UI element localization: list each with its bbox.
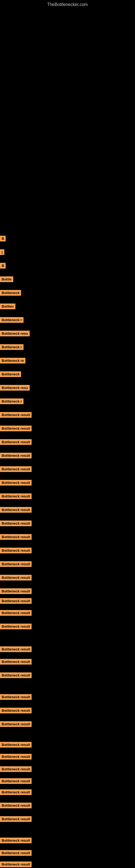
bottleneck-item-41: Bottleneck result bbox=[0, 789, 32, 795]
bottleneck-item-27: Bottleneck result bbox=[0, 589, 32, 593]
bottleneck-item-17: Bottleneck result bbox=[0, 453, 32, 458]
bottleneck-label-30: Bottleneck result bbox=[0, 624, 32, 629]
bottleneck-label-36: Bottleneck result bbox=[0, 721, 32, 727]
bottleneck-label-37: Bottleneck result bbox=[0, 742, 32, 748]
bottleneck-item-18: Bottleneck result bbox=[0, 467, 32, 471]
bottleneck-item-14: Bottleneck result bbox=[0, 412, 32, 417]
bottleneck-item-36: Bottleneck result bbox=[0, 721, 32, 726]
bottleneck-item-6: Bottlen bbox=[0, 304, 15, 309]
bottleneck-label-7: Bottleneck r bbox=[0, 317, 24, 323]
bottleneck-label-23: Bottleneck result bbox=[0, 534, 32, 540]
bottleneck-item-16: Bottleneck result bbox=[0, 439, 32, 444]
bottleneck-label-9: Bottleneck r bbox=[0, 344, 24, 350]
bottleneck-item-5: Bottleneck bbox=[0, 290, 21, 295]
bottleneck-item-34: Bottleneck result bbox=[0, 694, 32, 699]
bottleneck-label-39: Bottleneck result bbox=[0, 766, 32, 772]
bottleneck-item-35: Bottleneck result bbox=[0, 708, 32, 713]
bottleneck-item-43: Bottleneck result bbox=[0, 816, 32, 822]
bottleneck-label-42: Bottleneck result bbox=[0, 803, 32, 808]
bottleneck-item-32: Bottleneck result bbox=[0, 659, 32, 664]
bottleneck-item-22: Bottleneck result bbox=[0, 521, 32, 526]
bottleneck-label-3: B bbox=[0, 263, 6, 269]
bottleneck-item-15: Bottleneck result bbox=[0, 426, 32, 431]
bottleneck-item-45: Bottleneck result bbox=[0, 850, 32, 855]
bottleneck-item-21: Bottleneck result bbox=[0, 507, 32, 512]
bottleneck-label-4: Bottle bbox=[0, 276, 13, 282]
bottleneck-item-3: B bbox=[0, 263, 6, 268]
bottleneck-label-32: Bottleneck result bbox=[0, 659, 32, 664]
bottleneck-item-13: Bottleneck r bbox=[0, 399, 24, 404]
bottleneck-label-2: | bbox=[0, 249, 4, 255]
bottleneck-label-38: Bottleneck result bbox=[0, 754, 32, 760]
bottleneck-label-40: Bottleneck result bbox=[0, 778, 32, 784]
bottleneck-label-35: Bottleneck result bbox=[0, 708, 32, 713]
bottleneck-item-38: Bottleneck result bbox=[0, 754, 32, 759]
bottleneck-label-5: Bottleneck bbox=[0, 290, 21, 296]
bottleneck-label-14: Bottleneck result bbox=[0, 412, 32, 418]
bottleneck-item-7: Bottleneck r bbox=[0, 317, 24, 322]
bottleneck-item-44: Bottleneck result bbox=[0, 838, 32, 843]
bottleneck-label-8: Bottleneck resu bbox=[0, 331, 30, 336]
bottleneck-item-46: Bottleneck result bbox=[0, 862, 32, 867]
bottleneck-label-10: Bottleneck re bbox=[0, 358, 26, 364]
bottleneck-item-40: Bottleneck result bbox=[0, 778, 32, 783]
bottleneck-item-39: Bottleneck result bbox=[0, 767, 32, 771]
bottleneck-label-29: Bottleneck result bbox=[0, 610, 32, 616]
bottleneck-item-30: Bottleneck result bbox=[0, 624, 32, 629]
bottleneck-label-19: Bottleneck result bbox=[0, 480, 32, 486]
bottleneck-label-28: Bottleneck result bbox=[0, 598, 32, 604]
bottleneck-item-29: Bottleneck result bbox=[0, 610, 32, 615]
bottleneck-label-45: Bottleneck result bbox=[0, 850, 32, 856]
bottleneck-label-13: Bottleneck r bbox=[0, 399, 24, 404]
bottleneck-label-25: Bottleneck result bbox=[0, 561, 32, 567]
bottleneck-label-44: Bottleneck result bbox=[0, 838, 32, 843]
bottleneck-label-43: Bottleneck result bbox=[0, 816, 32, 822]
bottleneck-label-26: Bottleneck result bbox=[0, 575, 32, 581]
bottleneck-item-2: | bbox=[0, 250, 4, 254]
bottleneck-item-9: Bottleneck r bbox=[0, 344, 24, 349]
bottleneck-label-31: Bottleneck result bbox=[0, 646, 32, 652]
bottleneck-label-1: B bbox=[0, 236, 6, 241]
bottleneck-label-33: Bottleneck result bbox=[0, 673, 32, 678]
bottleneck-item-42: Bottleneck result bbox=[0, 803, 32, 808]
bottleneck-label-24: Bottleneck result bbox=[0, 548, 32, 553]
bottleneck-item-26: Bottleneck result bbox=[0, 575, 32, 580]
bottleneck-item-4: Bottle bbox=[0, 277, 13, 282]
bottleneck-label-21: Bottleneck result bbox=[0, 507, 32, 513]
bottleneck-item-37: Bottleneck result bbox=[0, 742, 32, 747]
bottleneck-label-17: Bottleneck result bbox=[0, 453, 32, 458]
bottleneck-item-31: Bottleneck result bbox=[0, 647, 32, 652]
bottleneck-item-1: B bbox=[0, 236, 6, 241]
bottleneck-label-11: Bottleneck bbox=[0, 371, 21, 377]
bottleneck-item-25: Bottleneck result bbox=[0, 561, 32, 566]
bottleneck-item-11: Bottleneck bbox=[0, 372, 21, 376]
bottleneck-label-6: Bottlen bbox=[0, 304, 15, 309]
bottleneck-label-34: Bottleneck result bbox=[0, 694, 32, 700]
bottleneck-label-15: Bottleneck result bbox=[0, 426, 32, 431]
site-title: TheBottlenecker.com bbox=[0, 0, 135, 8]
bottleneck-item-12: Bottleneck resu bbox=[0, 385, 30, 390]
bottleneck-label-22: Bottleneck result bbox=[0, 521, 32, 526]
bottleneck-label-18: Bottleneck result bbox=[0, 466, 32, 472]
bottleneck-item-28: Bottleneck result bbox=[0, 598, 32, 603]
bottleneck-label-27: Bottleneck result bbox=[0, 588, 32, 594]
bottleneck-item-20: Bottleneck result bbox=[0, 494, 32, 499]
bottleneck-item-33: Bottleneck result bbox=[0, 673, 32, 678]
bottleneck-item-8: Bottleneck resu bbox=[0, 331, 30, 336]
bottleneck-item-24: Bottleneck result bbox=[0, 548, 32, 553]
bottleneck-item-23: Bottleneck result bbox=[0, 534, 32, 539]
bottleneck-item-19: Bottleneck result bbox=[0, 480, 32, 485]
bottleneck-label-16: Bottleneck result bbox=[0, 439, 32, 445]
bottleneck-item-10: Bottleneck re bbox=[0, 358, 26, 363]
bottleneck-label-41: Bottleneck result bbox=[0, 789, 32, 795]
bottleneck-label-12: Bottleneck resu bbox=[0, 385, 30, 391]
bottleneck-label-46: Bottleneck result bbox=[0, 862, 32, 867]
bottleneck-label-20: Bottleneck result bbox=[0, 493, 32, 499]
